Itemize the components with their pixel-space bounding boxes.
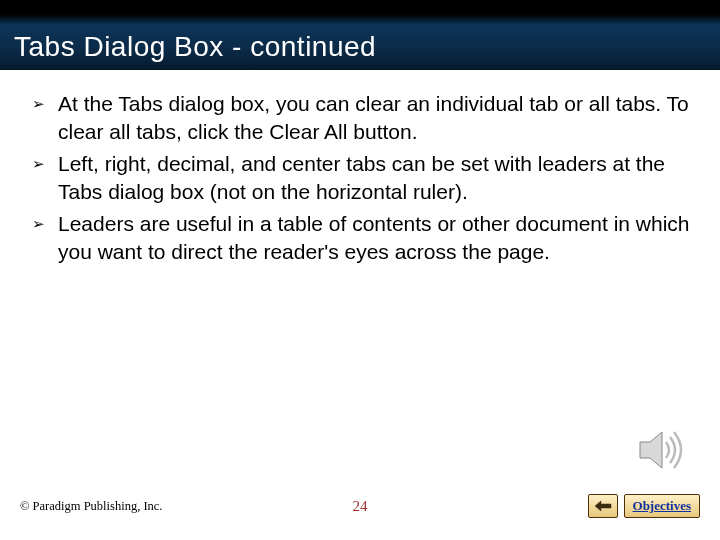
svg-marker-0 (640, 432, 662, 468)
bullet-text: Left, right, decimal, and center tabs ca… (58, 150, 690, 206)
title-band: Tabs Dialog Box - continued (0, 24, 720, 70)
copyright-text: © Paradigm Publishing, Inc. (20, 499, 162, 514)
arrow-left-icon (594, 500, 612, 512)
back-button[interactable] (588, 494, 618, 518)
objectives-label: Objectives (633, 498, 691, 514)
footer-nav: Objectives (588, 494, 700, 518)
bullet-arrow-icon: ➢ (30, 90, 58, 146)
top-accent-bar (0, 0, 720, 24)
footer: © Paradigm Publishing, Inc. 24 Objective… (0, 490, 720, 522)
content-area: ➢ At the Tabs dialog box, you can clear … (0, 70, 720, 266)
slide-title: Tabs Dialog Box - continued (14, 31, 376, 63)
list-item: ➢ Left, right, decimal, and center tabs … (30, 150, 690, 206)
bullet-text: Leaders are useful in a table of content… (58, 210, 690, 266)
list-item: ➢ Leaders are useful in a table of conte… (30, 210, 690, 266)
slide: Tabs Dialog Box - continued ➢ At the Tab… (0, 0, 720, 540)
bullet-arrow-icon: ➢ (30, 210, 58, 266)
objectives-button[interactable]: Objectives (624, 494, 700, 518)
bullet-text: At the Tabs dialog box, you can clear an… (58, 90, 690, 146)
bullet-arrow-icon: ➢ (30, 150, 58, 206)
page-number: 24 (353, 498, 368, 515)
speaker-icon[interactable] (632, 422, 688, 478)
list-item: ➢ At the Tabs dialog box, you can clear … (30, 90, 690, 146)
